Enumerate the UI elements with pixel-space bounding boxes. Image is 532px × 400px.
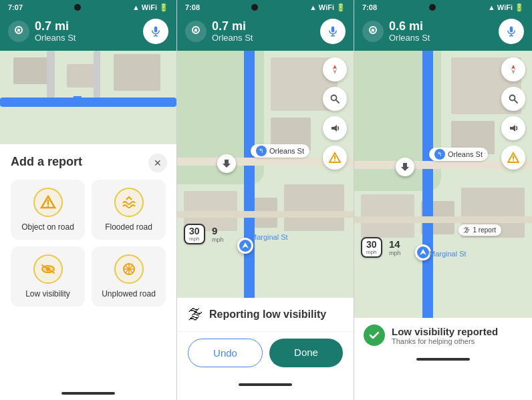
compass-btn-3[interactable] xyxy=(501,57,525,81)
unplowed-icon xyxy=(114,254,144,284)
map-area-2[interactable]: ↰ Orleans St Marginal St xyxy=(177,51,354,298)
camera-1 xyxy=(74,4,81,11)
mic-button-3[interactable] xyxy=(499,19,524,44)
svg-marker-24 xyxy=(242,242,249,248)
turn-arrow-3 xyxy=(396,158,414,176)
camera-2 xyxy=(251,4,258,11)
nav-distance-1: 0.7 mi xyxy=(35,20,138,33)
status-bar-1: 7:07 ▲ WiFi 🔋 xyxy=(0,0,176,15)
svg-marker-25 xyxy=(333,65,337,69)
warning-btn-2[interactable] xyxy=(323,146,347,170)
done-button-2[interactable]: Done xyxy=(269,339,343,367)
object-icon xyxy=(33,188,63,217)
report-badge-3: 🌫 🌫 1 report 1 report xyxy=(458,224,501,236)
volume-btn-3[interactable] xyxy=(501,116,525,140)
unplowed-label: Unplowed road xyxy=(102,289,156,298)
speed-box-2: 30 mph xyxy=(184,224,205,244)
svg-marker-29 xyxy=(331,125,337,132)
svg-point-47 xyxy=(513,160,514,162)
time-3: 7:08 xyxy=(362,3,377,11)
map-area-3[interactable]: ↰ Orleans St 🌫 🌫 1 report 1 report Margi… xyxy=(354,51,532,318)
warning-btn-3[interactable] xyxy=(501,146,525,170)
status-bar-2: 7:08 ▲ WiFi 🔋 xyxy=(177,0,354,15)
svg-marker-40 xyxy=(511,65,515,69)
svg-marker-41 xyxy=(511,69,515,74)
svg-point-32 xyxy=(334,160,336,162)
confirmed-title-3: Low visibility reported xyxy=(392,326,523,337)
svg-line-28 xyxy=(336,100,339,103)
svg-point-8 xyxy=(47,206,48,207)
visibility-label: Low visibility xyxy=(25,289,70,298)
nav-info-1: 0.7 mi Orleans St xyxy=(35,20,138,43)
nav-dest-2: A 0.7 mi Orleans St xyxy=(185,20,315,43)
report-item-unplowed[interactable]: Unplowed road xyxy=(92,246,166,307)
phone-3: 7:08 ▲ WiFi 🔋 A 0.6 mi Orleans St xyxy=(354,0,532,400)
reporting-text-2: Reporting low visibility xyxy=(209,309,343,321)
svg-line-43 xyxy=(515,100,517,103)
report-grid: Object on road Flooded road xyxy=(11,180,166,307)
time-1: 7:07 xyxy=(8,3,23,11)
marginal-label-2: Marginal St xyxy=(251,233,288,241)
gray-road-h2b xyxy=(177,211,354,218)
turn-arrow-2 xyxy=(217,154,236,173)
svg-text:A: A xyxy=(194,28,197,33)
nav-icon-3: A xyxy=(362,21,384,42)
blue-road-v2 xyxy=(244,51,255,298)
svg-text:A: A xyxy=(371,28,374,33)
nav-street-1: Orleans St xyxy=(35,33,138,43)
map-area-1: ▲ xyxy=(0,51,176,144)
undo-button-2[interactable]: Undo xyxy=(188,339,263,367)
svg-marker-44 xyxy=(510,125,515,132)
flooded-label: Flooded road xyxy=(105,222,152,232)
status-icons-2: ▲ WiFi 🔋 xyxy=(309,3,346,12)
blue-road-v3 xyxy=(422,51,433,318)
current-speed-2: 9 mph xyxy=(212,225,224,243)
action-buttons-2: Undo Done xyxy=(177,332,354,378)
gray-road-h3b xyxy=(354,216,532,223)
search-btn-3[interactable] xyxy=(501,87,525,111)
mic-button-2[interactable] xyxy=(320,19,346,44)
report-item-flooded[interactable]: Flooded road xyxy=(92,180,166,240)
road-label-orleans-2: ↰ Orleans St xyxy=(251,144,309,158)
nav-arrow-1: ▲ xyxy=(70,92,85,110)
search-btn-2[interactable] xyxy=(323,87,347,111)
nav-dest-1: A 0.7 mi Orleans St xyxy=(8,20,138,43)
speed-box-3: 30 mph xyxy=(361,237,382,258)
svg-rect-36 xyxy=(510,27,513,33)
turn-icon-2: ↰ xyxy=(256,146,267,156)
reporting-icon-2: 🌫 xyxy=(188,306,203,323)
report-item-object[interactable]: Object on road xyxy=(11,180,85,240)
home-bar-1 xyxy=(0,387,176,400)
confirmed-texts-3: Low visibility reported Thanks for helpi… xyxy=(392,326,523,345)
report-item-visibility[interactable]: Low visibility xyxy=(11,246,85,307)
nav-header-1: A 0.7 mi Orleans St xyxy=(0,15,176,51)
svg-text:A: A xyxy=(17,28,20,33)
svg-rect-3 xyxy=(154,27,158,33)
confirmed-icon-3 xyxy=(364,325,385,346)
phone-2: 7:08 ▲ WiFi 🔋 A 0.7 mi Orleans St xyxy=(177,0,354,400)
mic-button-1[interactable] xyxy=(143,19,168,44)
report-modal: Add a report ✕ Object on road xyxy=(0,144,176,317)
confirmed-sub-3: Thanks for helping others xyxy=(392,337,523,345)
time-2: 7:08 xyxy=(185,3,200,11)
nav-icon-2: A xyxy=(185,21,207,42)
status-icons-3: ▲ WiFi 🔋 xyxy=(488,3,524,12)
home-bar-2 xyxy=(177,378,354,391)
confirmed-bar-3: Low visibility reported Thanks for helpi… xyxy=(354,318,532,353)
home-pill-3 xyxy=(416,358,470,361)
visibility-icon xyxy=(33,254,63,284)
volume-btn-2[interactable] xyxy=(323,116,347,140)
nav-street-3: Orleans St xyxy=(389,33,493,43)
nav-header-3: A 0.6 mi Orleans St xyxy=(354,15,532,51)
close-modal-button[interactable]: ✕ xyxy=(148,154,167,172)
turn-icon-3: ↰ xyxy=(434,149,445,160)
object-label: Object on road xyxy=(21,222,74,232)
status-icons-1: ▲ WiFi 🔋 xyxy=(132,3,168,12)
nav-icon-1: A xyxy=(8,21,29,42)
compass-btn-2[interactable] xyxy=(323,57,347,81)
map-controls-3 xyxy=(501,57,525,170)
flooded-icon xyxy=(114,188,144,217)
home-bar-3 xyxy=(354,353,532,366)
nav-dest-3: A 0.6 mi Orleans St xyxy=(362,20,493,43)
svg-marker-39 xyxy=(420,249,426,255)
